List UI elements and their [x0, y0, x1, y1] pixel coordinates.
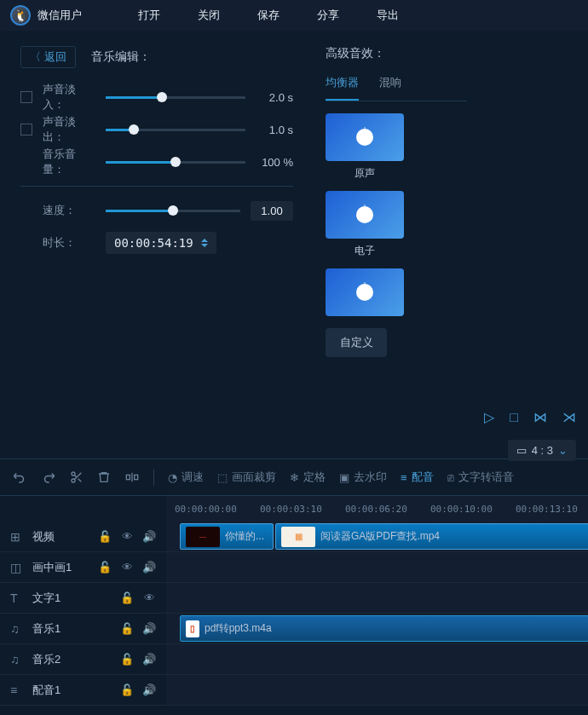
- duration-down-icon[interactable]: [201, 244, 208, 247]
- speed-button[interactable]: ◔调速: [168, 470, 204, 485]
- lock-icon[interactable]: 🔓: [98, 561, 112, 574]
- next-frame-icon[interactable]: ⋊: [562, 409, 576, 425]
- tab-equalizer[interactable]: 均衡器: [326, 75, 359, 101]
- cut-button[interactable]: [70, 470, 84, 484]
- avatar[interactable]: 🐧: [10, 5, 31, 26]
- tts-button[interactable]: ⎚文字转语音: [447, 470, 514, 485]
- volume-slider[interactable]: [106, 161, 245, 164]
- custom-button[interactable]: 自定义: [326, 328, 387, 357]
- clip-label: 你懂的...: [225, 529, 264, 544]
- svg-rect-3: [135, 475, 138, 479]
- speed-label: 速度：: [43, 203, 95, 218]
- eye-icon[interactable]: 👁: [142, 591, 156, 604]
- top-menu-bar: 🐧 微信用户 打开 关闭 保存 分享 导出: [0, 0, 588, 31]
- speaker-icon[interactable]: 🔊: [142, 561, 156, 574]
- panel-title: 音乐编辑：: [91, 49, 151, 65]
- effect-electronic[interactable]: 电子: [326, 191, 404, 258]
- eye-icon[interactable]: 👁: [120, 561, 134, 574]
- watermark-icon: ▣: [339, 471, 349, 484]
- film-icon: ⊞: [10, 530, 24, 544]
- text-icon: T: [10, 591, 24, 605]
- back-label: 返回: [44, 49, 66, 65]
- lock-icon[interactable]: 🔓: [120, 591, 134, 604]
- fade-out-value: 1.0 s: [256, 124, 293, 136]
- volume-label: 音乐音量：: [43, 147, 95, 177]
- freeze-button[interactable]: ❄定格: [290, 470, 326, 485]
- effect-label: 电子: [326, 244, 404, 258]
- time-ruler[interactable]: 00:00:00:00 00:00:03:10 00:00:06:20 00:0…: [166, 496, 588, 522]
- menu-close[interactable]: 关闭: [198, 8, 220, 23]
- time-mark: 00:00:06:20: [345, 504, 407, 515]
- eye-icon[interactable]: 👁: [120, 530, 134, 543]
- split-button[interactable]: [124, 470, 140, 484]
- fade-in-slider[interactable]: [106, 96, 245, 99]
- track-pip1: ◫ 画中画1 🔓 👁 🔊: [0, 552, 588, 583]
- duration-up-icon[interactable]: [201, 239, 208, 242]
- time-mark: 00:00:00:00: [175, 504, 237, 515]
- fade-in-checkbox[interactable]: [20, 91, 32, 103]
- track-music2: ♫ 音乐2 🔓 🔊: [0, 644, 588, 675]
- redo-button[interactable]: [41, 470, 56, 485]
- play-icon[interactable]: ▷: [484, 409, 494, 425]
- effect-item[interactable]: [326, 268, 404, 316]
- crop-icon: ⬚: [217, 471, 228, 484]
- fade-in-label: 声音淡入：: [43, 82, 95, 112]
- speed-slider[interactable]: [106, 210, 240, 212]
- speaker-icon[interactable]: 🔊: [142, 622, 156, 635]
- speed-value[interactable]: 1.00: [251, 201, 293, 221]
- music-edit-panel: 〈 返回 音乐编辑： 声音淡入： 2.0 s 声音淡出： 1.0 s 音乐音: [0, 31, 314, 458]
- speaker-icon[interactable]: 🔊: [142, 683, 156, 696]
- effect-label: 原声: [326, 166, 404, 181]
- track-label: 文字1: [32, 591, 112, 606]
- gauge-icon: ◔: [168, 471, 177, 484]
- music-icon: ♫: [10, 653, 24, 666]
- voice-icon: ≡: [10, 683, 24, 697]
- delete-button[interactable]: [97, 470, 111, 484]
- effect-original[interactable]: 原声: [326, 113, 404, 181]
- duration-input[interactable]: 00:00:54:19: [106, 232, 216, 254]
- edit-toolbar: ◔调速 ⬚画面裁剪 ❄定格 ▣去水印 ≡配音 ⎚文字转语音: [0, 458, 588, 496]
- aspect-ratio-selector[interactable]: ▭ 4 : 3 ⌄: [508, 440, 576, 461]
- fade-out-label: 声音淡出：: [43, 114, 95, 145]
- clip-audio-1[interactable]: ▯ pdf转ppt3.m4a: [180, 615, 588, 642]
- menu-save[interactable]: 保存: [257, 8, 280, 23]
- clip-video-2[interactable]: ▦ 阅读器GA版PDF查找.mp4: [275, 523, 588, 550]
- tab-reverb[interactable]: 混响: [379, 75, 401, 101]
- crop-button[interactable]: ⬚画面裁剪: [217, 470, 276, 485]
- fade-out-checkbox[interactable]: [20, 124, 32, 136]
- lock-icon[interactable]: 🔓: [120, 622, 134, 635]
- track-video: ⊞ 视频 🔓 👁 🔊 — 你懂的... ▦ 阅读器GA版PDF查找.mp4: [0, 522, 588, 552]
- user-name: 微信用户: [37, 8, 82, 23]
- aspect-value: 4 : 3: [532, 444, 553, 457]
- track-music1: ♫ 音乐1 🔓 🔊 ▯ pdf转ppt3.m4a: [0, 614, 588, 644]
- menu-open[interactable]: 打开: [138, 8, 160, 23]
- back-button[interactable]: 〈 返回: [20, 46, 76, 68]
- speaker-icon[interactable]: 🔊: [142, 530, 156, 543]
- effects-title: 高级音效：: [326, 46, 467, 61]
- track-text1: T 文字1 🔓 👁: [0, 583, 588, 614]
- stop-icon[interactable]: □: [510, 410, 518, 425]
- track-label: 配音1: [32, 683, 112, 698]
- svg-point-0: [72, 472, 75, 476]
- lock-icon[interactable]: 🔓: [98, 530, 112, 543]
- lock-icon[interactable]: 🔓: [120, 653, 134, 666]
- menu-share[interactable]: 分享: [317, 8, 339, 23]
- playback-controls: ▷ □ ⋈ ⋊: [484, 409, 576, 425]
- audio-button[interactable]: ≡配音: [401, 470, 434, 485]
- prev-frame-icon[interactable]: ⋈: [533, 409, 547, 425]
- track-label: 音乐1: [32, 621, 112, 637]
- undo-button[interactable]: [12, 470, 27, 485]
- clip-video-1[interactable]: — 你懂的...: [180, 523, 274, 550]
- menu-export[interactable]: 导出: [377, 8, 399, 23]
- freeze-icon: ❄: [290, 471, 299, 484]
- clip-label: 阅读器GA版PDF查找.mp4: [320, 529, 440, 544]
- clip-label: pdf转ppt3.m4a: [205, 621, 272, 636]
- chevron-down-icon: ⌄: [558, 444, 568, 457]
- fade-out-slider[interactable]: [106, 129, 245, 131]
- lock-icon[interactable]: 🔓: [120, 683, 134, 696]
- chevron-left-icon: 〈: [30, 49, 41, 65]
- svg-rect-2: [126, 475, 130, 479]
- track-voice1: ≡ 配音1 🔓 🔊: [0, 675, 588, 706]
- speaker-icon[interactable]: 🔊: [142, 653, 156, 666]
- watermark-button[interactable]: ▣去水印: [339, 470, 387, 485]
